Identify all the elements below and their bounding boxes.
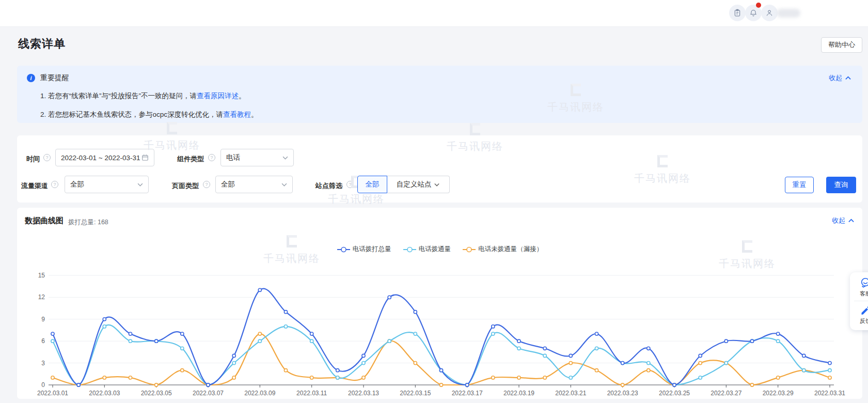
svg-text:2022.03.19: 2022.03.19 (503, 390, 534, 397)
feedback-label: 反馈 (860, 317, 868, 325)
date-range-value: 2022-03-01 ~ 2022-03-31 (61, 154, 141, 162)
legend-marker-icon (462, 246, 476, 253)
legend-item[interactable]: 电话拨打总量 (337, 245, 391, 254)
time-label: 时间 (26, 154, 40, 164)
legend-label: 电话未拨通量（漏接） (478, 245, 543, 254)
legend-label: 电话拨通量 (419, 245, 451, 254)
feedback-button[interactable]: 反馈 (850, 302, 868, 329)
svg-text:2022.03.07: 2022.03.07 (193, 390, 224, 397)
help-center-button[interactable]: 帮助中心 (821, 37, 862, 53)
notice-banner: i 重要提醒 收起 1. 若您有“线索详单”与“投放报告”不一致的疑问，请查看原… (17, 66, 862, 123)
chevron-down-icon (137, 183, 143, 187)
svg-text:2022.03.31: 2022.03.31 (814, 390, 845, 397)
traffic-channel-value: 全部 (70, 180, 137, 189)
site-filter-custom-label: 自定义站点 (397, 180, 432, 189)
site-filter-help-icon[interactable]: ? (346, 181, 354, 188)
floating-widget: 客服 反馈 (850, 272, 868, 330)
notice-line: 2. 若您想标记基木鱼线索状态，参与ocpc深度转化优化，请查看教程。 (40, 110, 258, 119)
svg-text:2022.03.29: 2022.03.29 (763, 390, 794, 397)
notice-line-text: 。 (251, 111, 258, 118)
svg-text:6: 6 (41, 337, 45, 345)
chevron-up-icon (845, 76, 851, 80)
notice-title: 重要提醒 (40, 73, 69, 83)
notice-line-text: 1. 若您有“线索详单”与“投放报告”不一致的疑问，请 (40, 92, 197, 100)
feedback-pen-icon (860, 305, 868, 316)
filter-card: 时间 ? 2022-03-01 ~ 2022-03-31 组件类型 ? 电话 流… (17, 135, 862, 203)
legend-item[interactable]: 电话未拨通量（漏接） (462, 245, 543, 254)
notice-line-link[interactable]: 查看原因详述 (197, 92, 239, 100)
component-type-label: 组件类型 (177, 154, 204, 164)
svg-text:2022.03.25: 2022.03.25 (659, 390, 690, 397)
legend-marker-icon (337, 246, 351, 253)
svg-text:2022.03.11: 2022.03.11 (296, 390, 327, 397)
svg-text:3: 3 (41, 360, 45, 367)
customer-service-label: 客服 (860, 290, 868, 298)
notice-line: 1. 若您有“线索详单”与“投放报告”不一致的疑问，请查看原因详述。 (40, 91, 246, 101)
svg-text:2022.03.01: 2022.03.01 (37, 390, 68, 397)
customer-service-icon (860, 277, 868, 288)
notice-line-link[interactable]: 查看教程 (223, 111, 251, 118)
chart-legend: 电话拨打总量电话拨通量电话未拨通量（漏接） (17, 245, 862, 254)
traffic-channel-help-icon[interactable]: ? (51, 181, 58, 188)
page-type-label: 页面类型 (172, 181, 199, 191)
svg-text:2022.03.21: 2022.03.21 (555, 390, 586, 397)
notice-collapse-button[interactable]: 收起 (829, 73, 851, 83)
customer-service-button[interactable]: 客服 (850, 274, 868, 301)
legend-label: 电话拨打总量 (353, 245, 391, 254)
svg-text:2022.03.27: 2022.03.27 (711, 390, 741, 397)
svg-text:2022.03.15: 2022.03.15 (400, 390, 431, 397)
svg-text:15: 15 (38, 272, 45, 279)
traffic-channel-select[interactable]: 全部 (65, 176, 149, 193)
chart-title: 数据曲线图 (25, 216, 64, 226)
page-type-select[interactable]: 全部 (215, 176, 293, 193)
time-help-icon[interactable]: ? (43, 154, 51, 161)
site-filter-all-button[interactable]: 全部 (357, 176, 387, 193)
svg-text:2022.03.17: 2022.03.17 (452, 390, 483, 397)
watermark-logo (167, 122, 177, 134)
chart-card: 数据曲线图 拨打总量: 168 收起 电话拨打总量电话拨通量电话未拨通量（漏接）… (17, 208, 862, 399)
divider (854, 301, 868, 301)
line-chart: 036912152022.03.012022.03.032022.03.0520… (17, 258, 862, 399)
svg-text:9: 9 (41, 316, 45, 323)
notification-dot (756, 3, 761, 8)
legend-marker-icon (403, 246, 417, 253)
component-type-help-icon[interactable]: ? (208, 154, 215, 161)
svg-text:0: 0 (41, 381, 45, 389)
notice-line-text: 2. 若您想标记基木鱼线索状态，参与ocpc深度转化优化，请 (40, 111, 223, 118)
chevron-down-icon (282, 156, 288, 160)
chevron-up-icon (848, 219, 854, 223)
svg-text:2022.03.23: 2022.03.23 (607, 390, 638, 397)
chevron-down-icon (281, 183, 287, 187)
line-chart-svg: 036912152022.03.012022.03.032022.03.0520… (17, 258, 862, 399)
info-icon: i (27, 74, 35, 82)
chart-total-calls: 拨打总量: 168 (68, 218, 108, 227)
notice-collapse-label: 收起 (829, 73, 842, 83)
site-filter-custom-button[interactable]: 自定义站点 (387, 176, 450, 193)
page-title: 线索详单 (18, 36, 66, 52)
chart-collapse-label: 收起 (832, 216, 845, 225)
notice-line-text: 。 (239, 92, 246, 100)
legend-item[interactable]: 电话拨通量 (403, 245, 451, 254)
svg-text:2022.03.05: 2022.03.05 (141, 390, 172, 397)
svg-text:2022.03.09: 2022.03.09 (244, 390, 275, 397)
date-range-input[interactable]: 2022-03-01 ~ 2022-03-31 (55, 149, 154, 166)
site-filter-label: 站点筛选 (315, 181, 342, 191)
clipboard-icon[interactable] (729, 5, 746, 21)
svg-text:2022.03.03: 2022.03.03 (89, 390, 120, 397)
svg-text:12: 12 (38, 293, 45, 301)
page-type-value: 全部 (221, 180, 281, 189)
user-icon[interactable] (761, 5, 778, 21)
page-type-help-icon[interactable]: ? (203, 181, 210, 188)
component-type-select[interactable]: 电话 (220, 149, 294, 166)
reset-button[interactable]: 重置 (785, 177, 814, 193)
chevron-down-icon (434, 183, 439, 187)
component-type-value: 电话 (226, 153, 282, 162)
query-button[interactable]: 查询 (826, 177, 856, 193)
topbar (0, 0, 868, 27)
watermark-logo (470, 123, 480, 135)
calendar-icon (141, 154, 149, 161)
chart-collapse-button[interactable]: 收起 (832, 216, 854, 225)
traffic-channel-label: 流量渠道 (21, 181, 48, 191)
username-blurred[interactable] (777, 9, 800, 18)
svg-text:2022.03.13: 2022.03.13 (348, 390, 379, 397)
